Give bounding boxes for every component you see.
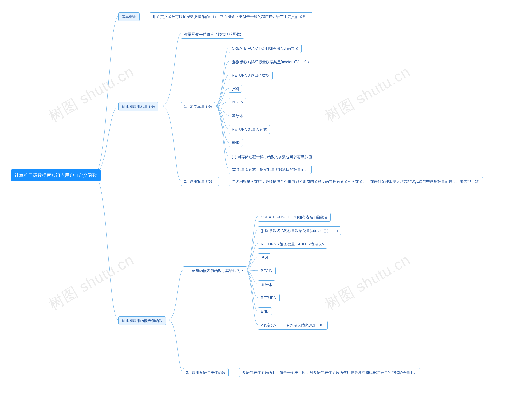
scalar-item-3[interactable]: [AS] [229, 85, 242, 93]
scalar-item-5[interactable]: 函数体 [229, 112, 246, 120]
node-call-multi[interactable]: 2、调用多语句表值函数 [183, 368, 229, 377]
scalar-item-6[interactable]: RETURN 标量表达式 [229, 125, 270, 134]
inline-item-0[interactable]: CREATE FUNCTION [拥有者名.] 函数名 [258, 213, 331, 222]
watermark: 树图 shutu.cn [322, 250, 414, 315]
watermark: 树图 shutu.cn [45, 62, 138, 127]
scalar-item-8[interactable]: (1) 同存储过程一样，函数的参数也可以有默认值。 [229, 152, 319, 161]
scalar-item-0[interactable]: CREATE FUNCTION [拥有者名.] 函数名 [229, 44, 302, 53]
node-define-scalar[interactable]: 1、定义标量函数 [181, 102, 215, 111]
node-call-scalar-desc[interactable]: 当调用标量函数时，必须提供至少由两部分组成的名称：函数拥有者名和函数名。可在任何… [229, 177, 483, 186]
inline-item-7[interactable]: END [258, 307, 272, 315]
node-scalar-desc[interactable]: 标量函数—返回单个数据值的函数; [181, 30, 244, 39]
inline-item-5[interactable]: 函数体 [258, 280, 275, 289]
inline-item-1[interactable]: ([{@ 参数名[AS]标量数据类型[=default]}[,…n]]) [258, 226, 341, 235]
inline-item-2[interactable]: RETURNS 返回变量 TABLE <表定义> [258, 240, 327, 249]
scalar-item-9[interactable]: (2) 标量表达式：指定标量函数返回的标量值。 [229, 165, 311, 174]
node-call-scalar[interactable]: 2、调用标量函数： [181, 177, 219, 186]
inline-item-6[interactable]: RETURN [258, 294, 280, 302]
watermark: 树图 shutu.cn [45, 250, 138, 315]
inline-item-4[interactable]: BEGIN [258, 267, 276, 275]
node-basic-concept[interactable]: 基本概念 [118, 13, 140, 21]
scalar-item-4[interactable]: BEGIN [229, 98, 247, 106]
inline-item-8[interactable]: <表定义>： ：=({列定义|表约束}[,…n]) [258, 321, 327, 330]
node-create-inline[interactable]: 1、创建内嵌表值函数，其语法为： [183, 266, 247, 275]
scalar-item-1[interactable]: ([{@ 参数名[AS]标量数据类型[=default]}[,…n]]) [229, 58, 312, 66]
watermark: 树图 shutu.cn [322, 62, 414, 127]
root-node[interactable]: 计算机四级数据库知识点用户自定义函数 [11, 169, 101, 181]
node-inline-table-func[interactable]: 创建和调用内嵌表值函数 [118, 316, 166, 325]
node-scalar-func[interactable]: 创建和调用标量函数 [118, 102, 158, 111]
node-basic-concept-desc[interactable]: 用户定义函数可以扩展数据操作的功能，它在概念上类似于一般的程序设计语言中定义的函… [150, 13, 313, 21]
inline-item-3[interactable]: [AS] [258, 253, 271, 261]
scalar-item-7[interactable]: END [229, 139, 243, 147]
node-call-multi-desc[interactable]: 多语句表值函数的返回值是一个表，因此对多语句表值函数的使用也是放在SELECT语… [239, 368, 420, 377]
scalar-item-2[interactable]: RETURNS 返回值类型 [229, 71, 273, 80]
